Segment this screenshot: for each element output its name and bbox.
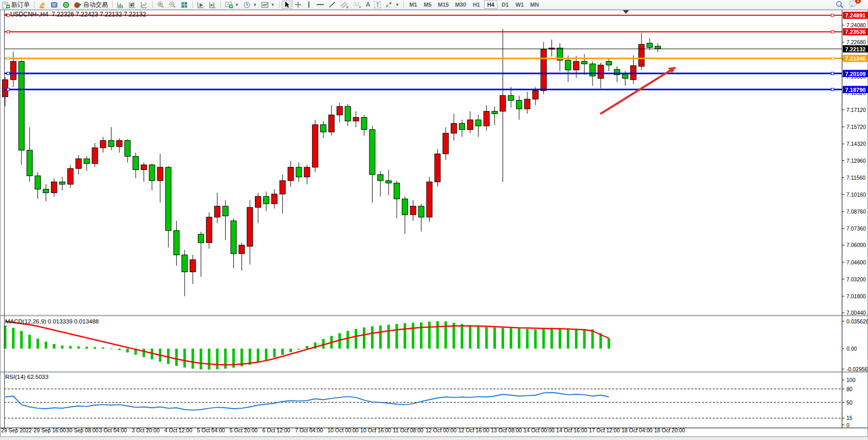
zoom-out-button[interactable] xyxy=(167,1,178,9)
price-badge-label: 7.21346 xyxy=(845,55,866,62)
new-chart-button[interactable]: ▼ xyxy=(223,1,241,9)
line-handle[interactable] xyxy=(7,72,10,75)
line-handle[interactable] xyxy=(7,57,10,60)
macd-histogram-bar xyxy=(126,349,129,353)
timeframe-button-d1[interactable]: D1 xyxy=(498,1,512,9)
chart-canvas[interactable]: 7.240807.226807.212807.198807.185207.171… xyxy=(0,0,868,440)
candle-up xyxy=(574,62,579,70)
macd-histogram-bar xyxy=(224,349,227,369)
macd-histogram-bar xyxy=(355,329,357,349)
templates-button[interactable]: ▼ xyxy=(259,1,277,9)
cursor-tool-button[interactable] xyxy=(282,1,292,9)
candle-down xyxy=(133,156,139,169)
price-axis-label: 7.08760 xyxy=(846,208,866,215)
macd-histogram-bar xyxy=(322,339,325,349)
text-tool-icon: A xyxy=(366,1,371,8)
line-handle[interactable] xyxy=(832,57,834,60)
horizontal-line-tool-button[interactable] xyxy=(314,1,326,9)
toolbar-separator xyxy=(152,1,153,8)
vertical-line-tool-button[interactable] xyxy=(304,1,314,9)
macd-histogram-bar xyxy=(192,349,194,369)
candle-up xyxy=(410,206,416,215)
auto-trading-button[interactable]: 自动交易 xyxy=(72,1,110,9)
fibonacci-tool-button[interactable]: F xyxy=(351,1,364,9)
notifications-button[interactable]: 1 xyxy=(849,0,858,9)
timeframe-button-w1[interactable]: W1 xyxy=(513,1,527,9)
macd-histogram-bar xyxy=(20,331,23,349)
candle-down xyxy=(43,189,49,193)
price-axis-label: 7.12960 xyxy=(846,158,866,164)
macd-histogram-bar xyxy=(77,347,80,349)
timeframe-button-m1[interactable]: M1 xyxy=(407,1,420,9)
candle-up xyxy=(288,167,293,181)
chart-candles-button[interactable] xyxy=(126,1,138,9)
macd-histogram-bar xyxy=(575,329,578,349)
macd-histogram-bar xyxy=(175,349,178,366)
time-axis-label: 14 Oct 16:00 xyxy=(556,427,587,433)
arrows-tool-button[interactable]: ▼ xyxy=(383,1,401,9)
chart-line-button[interactable] xyxy=(138,1,150,9)
time-axis-label: 18 Oct 20:00 xyxy=(654,427,685,433)
timeframe-button-m30[interactable]: M30 xyxy=(453,1,469,9)
timeframe-button-h1[interactable]: H1 xyxy=(470,1,483,9)
chart-shift-button[interactable] xyxy=(207,1,218,9)
candle-up xyxy=(239,245,245,254)
macd-histogram-bar xyxy=(607,338,610,349)
new-order-button[interactable]: 新订单 xyxy=(0,1,32,9)
line-handle[interactable] xyxy=(7,30,10,33)
macd-histogram-bar xyxy=(363,328,365,349)
candle-up xyxy=(206,217,212,243)
history-book-button[interactable] xyxy=(48,1,60,9)
macd-indicator-label: MACD(12,26,9) 0.013339 0.013488 xyxy=(5,318,99,324)
channel-tool-button[interactable]: E xyxy=(338,1,351,9)
price-axis-label: 7.01800 xyxy=(846,293,866,299)
timeframe-button-m5[interactable]: M5 xyxy=(421,1,434,9)
price-axis-label: 7.22680 xyxy=(846,39,866,45)
candle-up xyxy=(51,182,57,193)
chart-bars-button[interactable] xyxy=(115,1,126,9)
candle-up xyxy=(500,95,506,111)
candle-down xyxy=(622,74,628,78)
candle-up xyxy=(214,206,220,217)
timeframe-button-mn[interactable]: MN xyxy=(527,1,541,9)
auto-scroll-button[interactable] xyxy=(195,1,207,9)
trendline-tool-button[interactable] xyxy=(326,1,338,9)
time-axis-label: 30 Sep 08:00 xyxy=(66,427,99,433)
candle-down xyxy=(370,129,375,175)
candle-up xyxy=(541,49,546,91)
notification-count-badge: 1 xyxy=(855,0,861,4)
macd-histogram-bar xyxy=(420,322,422,349)
periods-button[interactable]: ▼ xyxy=(241,1,259,9)
line-handle[interactable] xyxy=(832,88,834,91)
zoom-in-button[interactable] xyxy=(155,1,167,9)
timeframe-button-h4[interactable]: H4 xyxy=(484,1,497,9)
macd-histogram-bar xyxy=(436,321,439,349)
crosshair-tool-button[interactable] xyxy=(292,1,304,9)
candle-up xyxy=(304,167,310,177)
line-handle[interactable] xyxy=(832,14,834,16)
line-handle[interactable] xyxy=(832,72,834,75)
macd-histogram-bar xyxy=(12,328,14,349)
candle-down xyxy=(606,62,612,65)
macd-histogram-bar xyxy=(559,328,561,349)
macd-histogram-bar xyxy=(461,324,464,349)
time-axis-label: 29 Sep 16:00 xyxy=(34,427,66,433)
toolbar-separator xyxy=(279,1,280,8)
timeframe-button-m15[interactable]: M15 xyxy=(435,1,451,9)
macd-histogram-bar xyxy=(371,327,374,349)
market-watch-button[interactable] xyxy=(60,1,72,9)
line-handle[interactable] xyxy=(7,88,10,91)
macd-histogram-bar xyxy=(445,321,447,349)
search-icon[interactable] xyxy=(836,1,844,9)
text-tool-button[interactable]: A xyxy=(364,1,373,9)
tile-windows-button[interactable] xyxy=(178,1,190,9)
macd-histogram-bar xyxy=(298,349,300,350)
macd-axis-label: -0.029561 xyxy=(846,366,868,372)
stamp-button[interactable] xyxy=(36,1,48,9)
line-handle[interactable] xyxy=(832,30,834,33)
time-axis-label: 29 Sep 2022 xyxy=(1,427,32,433)
price-axis-label: 7.11560 xyxy=(846,175,865,181)
candle-down xyxy=(582,62,587,64)
label-tool-button[interactable]: T xyxy=(372,1,383,9)
book-icon xyxy=(50,1,58,9)
